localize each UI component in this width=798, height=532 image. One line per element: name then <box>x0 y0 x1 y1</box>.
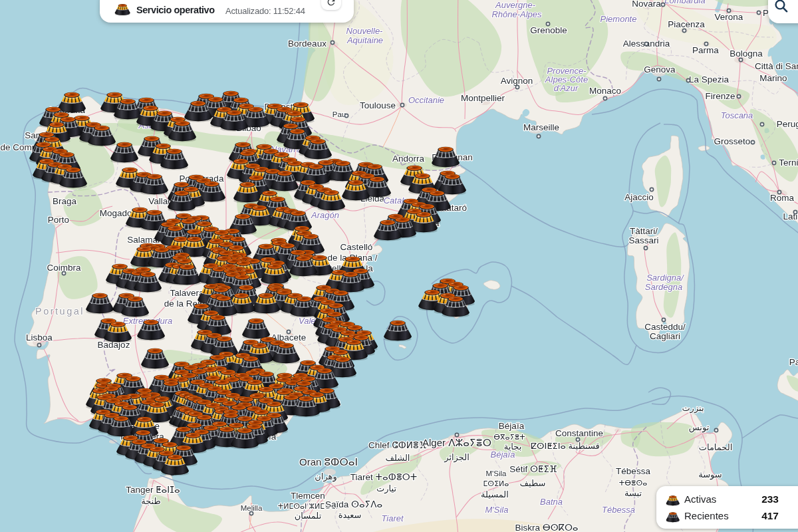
city-dot <box>686 78 690 82</box>
map-label: Saïda ⵙⴰⵢⴷⴰ <box>325 499 382 509</box>
map-label: Terni <box>779 158 798 168</box>
map-label: Perugia <box>777 119 798 129</box>
legend-count-active: 233 <box>761 493 779 505</box>
map-label: Toscana <box>721 110 753 120</box>
map-label: سعيدة <box>338 510 362 520</box>
city-dot <box>344 114 348 117</box>
service-status-label: Servicio operativo <box>136 5 215 15</box>
map-label: ⵜⴱⴻⵙⴰ <box>619 479 648 487</box>
map-label: Sardegna <box>645 282 682 292</box>
map-label: Sardigna/ <box>646 273 684 283</box>
map-label: M'Sila <box>485 505 509 515</box>
map-label: Occitanie <box>408 95 444 105</box>
beacon-marker-active[interactable] <box>58 92 86 114</box>
map-label: Genova <box>644 65 676 74</box>
city-dot <box>515 85 519 88</box>
map-label: Tébessa <box>602 505 635 515</box>
search-button[interactable] <box>768 0 798 23</box>
map-label: d'Azur <box>554 83 579 93</box>
city-dot <box>739 58 742 61</box>
updated-timestamp: Actualizado: 11:52:44 <box>225 6 305 16</box>
map-label: Roma <box>770 193 795 203</box>
active-beacon-icon <box>665 493 681 506</box>
map-label: Tiaret ⵜⴰⵀⴻⵔⵜ <box>350 472 417 482</box>
city-dot <box>682 29 686 32</box>
map-label: Béjaïa <box>499 421 525 431</box>
map-label: Béjaïa <box>491 450 515 460</box>
map-label: تونس <box>689 422 710 433</box>
city-dot <box>644 246 647 249</box>
map-label: وهران <box>315 471 336 482</box>
map-label: Grosseto <box>714 136 751 146</box>
map-label: Pau <box>332 110 346 118</box>
map-label: ⵇⵙⵏⵟⵉⵏⴰ قسنطينة <box>531 441 600 451</box>
map-label: Batna <box>540 497 563 507</box>
map-label: ⴱⴳⴰⵢⴻⵜ <box>493 433 525 441</box>
map-label: Verona <box>715 12 743 22</box>
map-label: La Spezia <box>689 74 730 84</box>
map-label: Alger ⴷⵣⴰⵢⴻⵔ <box>422 437 491 448</box>
map-label: Palermo <box>789 357 798 367</box>
map-label: تبسة <box>624 488 642 498</box>
city-dot <box>650 188 653 191</box>
map-label: Città di San <box>755 61 798 71</box>
map-label: Rhône-Alpes <box>491 9 542 19</box>
map-label: Avignon <box>501 76 533 86</box>
city-dot <box>576 438 579 441</box>
map-label: M'Sila <box>486 469 507 477</box>
city-dot <box>760 122 763 126</box>
map-label: Oran ⵓⵀⵔⴰⵏ <box>299 456 358 467</box>
map-label: Piacenza <box>668 19 705 29</box>
city-dot <box>331 41 334 44</box>
map-label: Tàttari/ <box>630 226 658 236</box>
legend-row-recent: Recientes 417 <box>656 508 798 525</box>
map-canvas[interactable]: BordeauxToulousePauGrenobleAvignonMontpe… <box>0 0 798 532</box>
city-dot <box>37 343 41 346</box>
map-label: Andorra <box>392 154 425 164</box>
map-label: Portugal <box>35 306 84 317</box>
map-label: Tiaret <box>381 513 404 523</box>
refresh-button[interactable] <box>321 0 341 10</box>
map-label: Braga <box>53 196 77 206</box>
map-label: Monaco <box>589 86 621 96</box>
map-label: Talavera <box>170 288 204 298</box>
map-label: Tlemcen <box>291 491 325 501</box>
legend-label-recent: Recientes <box>684 510 729 521</box>
map-label: Ajaccio <box>624 192 654 202</box>
legend-card: Activas 233 Recientes 417 <box>656 486 798 529</box>
city-dot <box>537 134 540 138</box>
map-label: الجزائر <box>444 452 469 463</box>
map-label: Cagliari <box>650 331 680 341</box>
map-label: Biskra ⴱⵙⴽⵔⴰ <box>515 523 578 532</box>
map-label: الشلف <box>386 453 410 463</box>
map-app: BordeauxToulousePauGrenobleAvignonMontpe… <box>0 0 798 532</box>
map-label: Tanger ⵟⴰⵏⵊⴰ <box>126 485 180 495</box>
city-dot <box>757 11 760 14</box>
map-label: Lombardia <box>664 0 705 5</box>
map-label: Novara <box>632 0 661 9</box>
map-label: Sassari <box>628 235 658 245</box>
map-label: سوسة <box>698 469 722 480</box>
map-label: Porto <box>48 215 69 225</box>
legend-label-active: Activas <box>684 493 716 505</box>
city-dot <box>714 428 718 432</box>
map-label: Bordeaux <box>288 39 327 49</box>
map-label: Chlef ⵛⵀⵍⴻⴼ <box>368 440 427 450</box>
map-label: ⵎⵙⵉⵍⴰ <box>483 479 509 487</box>
map-label: Castelló <box>340 242 373 252</box>
city-dot <box>772 161 775 164</box>
map-label: Lisboa <box>26 332 53 342</box>
map-label: Auvergne- <box>495 0 536 10</box>
beacon-marker-recent[interactable] <box>384 321 412 342</box>
map-label: سطيف <box>520 478 546 488</box>
map-label: Firenze <box>705 91 735 101</box>
city-dot <box>249 511 253 515</box>
legend-count-recent: 417 <box>761 510 779 522</box>
map-label: Parma <box>692 45 719 55</box>
city-dot <box>793 210 797 213</box>
status-bar: Servicio operativo Actualizado: 11:52:44 <box>100 0 354 23</box>
legend-row-active: Activas 233 <box>656 491 798 508</box>
map-label: Montpellier <box>461 93 505 103</box>
city-dot <box>287 330 290 333</box>
map-label: Bologna <box>730 49 763 59</box>
